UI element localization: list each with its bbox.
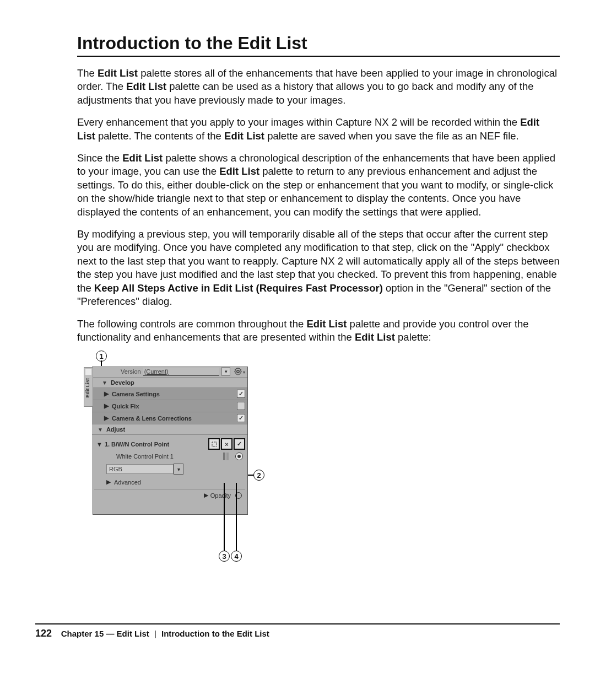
chevron-down-icon: ▼ (102, 380, 107, 386)
slider-icon[interactable] (226, 453, 229, 460)
delete-step-button[interactable]: × (221, 438, 232, 450)
apply-checkbox[interactable] (237, 402, 245, 410)
advanced-label: Advanced (114, 479, 141, 486)
page-title: Introduction to the Edit List (77, 33, 560, 53)
callout-3-line (224, 483, 225, 552)
chevron-down-icon: ▼ (98, 427, 103, 433)
palette-diagram: 1 Edit List Version (Current) ▼ Develop (84, 349, 560, 553)
svg-rect-1 (212, 442, 217, 446)
chevron-right-icon: ▶ (106, 478, 111, 486)
develop-label: Develop (111, 379, 244, 386)
title-rule (77, 56, 560, 57)
tab-edit-list[interactable]: Edit List (84, 376, 91, 400)
paragraph-1: The Edit List palette stores all of the … (77, 67, 560, 107)
camera-settings-item[interactable]: ▶ Camera Settings ✓ (92, 388, 247, 400)
callout-2: 2 (253, 470, 264, 481)
chevron-down-icon[interactable] (221, 367, 230, 376)
chevron-right-icon: ▶ (204, 492, 208, 499)
footer-section: Introduction to the Edit List (161, 629, 269, 638)
palette-tab-strip[interactable]: Edit List (84, 367, 93, 407)
apply-radio[interactable] (235, 453, 243, 460)
footer-separator: | (154, 629, 156, 638)
paragraph-3: Since the Edit List palette shows a chro… (77, 152, 560, 219)
camera-settings-label: Camera Settings (112, 391, 234, 397)
rgb-selector-row: RGB (94, 462, 245, 476)
window-minimize-icon[interactable] (85, 369, 91, 375)
camera-lens-label: Camera & Lens Corrections (112, 415, 234, 422)
gear-dropdown-icon[interactable] (242, 368, 245, 375)
svg-point-0 (237, 370, 239, 373)
version-label: Version (121, 368, 141, 375)
chevron-right-icon: ▶ (104, 390, 109, 397)
page-footer: 122 Chapter 15 — Edit List | Introductio… (35, 623, 560, 639)
adjust-label: Adjust (106, 426, 244, 433)
callout-1: 1 (96, 351, 107, 362)
quick-fix-item[interactable]: ▶ Quick Fix (92, 400, 247, 412)
chevron-right-icon: ▶ (104, 402, 109, 410)
develop-section-header[interactable]: ▼ Develop (92, 378, 247, 388)
white-control-point-row[interactable]: White Control Point 1 (94, 451, 245, 462)
paragraph-2: Every enhancement that you apply to your… (77, 116, 560, 143)
color-model-select[interactable]: RGB (106, 464, 174, 474)
apply-checkbox[interactable]: ✓ (237, 414, 245, 422)
paragraph-4: By modifying a previous step, you will t… (77, 228, 560, 308)
footer-chapter: Chapter 15 — Edit List (61, 629, 149, 638)
apply-checkbox[interactable]: ✓ (234, 438, 245, 450)
opacity-row[interactable]: ▶ Opacity (94, 489, 245, 501)
white-control-point-label: White Control Point 1 (116, 453, 223, 460)
chevron-down-icon[interactable] (174, 464, 183, 475)
slider-icon[interactable] (223, 453, 225, 460)
adjust-section-header[interactable]: ▼ Adjust (92, 424, 247, 435)
bwn-step-header[interactable]: ▼ 1. B/W/N Control Point × ✓ (94, 437, 245, 451)
callout-2-line (248, 475, 253, 476)
chevron-down-icon: ▼ (96, 441, 102, 448)
bwn-step-label: 1. B/W/N Control Point (105, 441, 207, 448)
apply-checkbox[interactable]: ✓ (237, 390, 245, 398)
selection-icon-button[interactable] (208, 438, 220, 450)
opacity-label: Opacity (210, 492, 231, 499)
camera-lens-item[interactable]: ▶ Camera & Lens Corrections ✓ (92, 412, 247, 424)
version-row: Version (Current) (92, 366, 247, 378)
advanced-row[interactable]: ▶ Advanced (94, 476, 245, 489)
page-number: 122 (35, 628, 52, 639)
callout-4-line (236, 483, 237, 552)
quick-fix-label: Quick Fix (112, 403, 234, 410)
callout-3: 3 (219, 551, 230, 562)
gear-icon[interactable] (234, 367, 242, 376)
chevron-right-icon: ▶ (104, 414, 109, 422)
paragraph-5: The following controls are common throug… (77, 317, 560, 344)
version-dropdown[interactable]: (Current) (143, 368, 219, 376)
callout-4: 4 (231, 551, 242, 562)
